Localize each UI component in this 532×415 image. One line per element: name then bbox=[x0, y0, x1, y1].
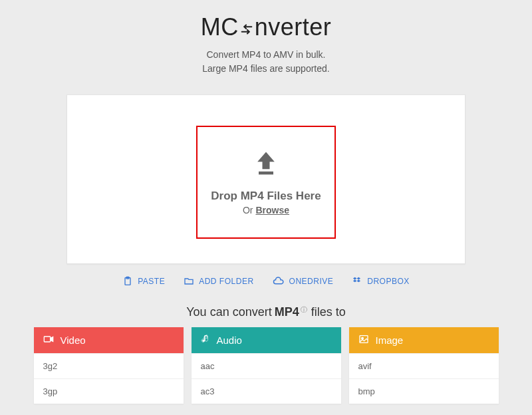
category-audio-header: Audio bbox=[192, 327, 341, 353]
category-image-label: Image bbox=[376, 335, 404, 346]
category-video-label: Video bbox=[61, 335, 86, 346]
folder-icon bbox=[184, 276, 194, 287]
format-item[interactable]: bmp bbox=[349, 378, 499, 404]
category-video-header: Video bbox=[34, 327, 184, 353]
format-item[interactable]: aac bbox=[192, 353, 341, 378]
dropzone-or: Or bbox=[243, 205, 255, 215]
paste-label: PASTE bbox=[138, 277, 165, 286]
browse-link[interactable]: Browse bbox=[255, 205, 289, 215]
convert-prefix: You can convert bbox=[186, 305, 271, 319]
info-icon[interactable]: ⓘ bbox=[301, 305, 307, 315]
subtitle-line1: Convert MP4 to AMV in bulk. bbox=[202, 48, 329, 62]
paste-icon bbox=[122, 276, 133, 287]
subtitle: Convert MP4 to AMV in bulk. Large MP4 fi… bbox=[202, 48, 329, 76]
upload-icon bbox=[251, 148, 281, 180]
brand-logo: MC nverter bbox=[201, 13, 332, 41]
dropzone-sub: Or Browse bbox=[243, 205, 289, 215]
onedrive-icon bbox=[273, 276, 285, 287]
format-item[interactable]: 3gp bbox=[34, 378, 184, 404]
convert-icon bbox=[239, 15, 254, 43]
subtitle-line2: Large MP4 files are supported. bbox=[202, 62, 329, 76]
format-item[interactable]: avif bbox=[349, 353, 499, 378]
convert-suffix: files to bbox=[311, 305, 346, 319]
dropzone-title: Drop MP4 Files Here bbox=[211, 190, 321, 203]
category-video: Video 3g2 3gp bbox=[34, 327, 184, 404]
svg-rect-3 bbox=[44, 337, 50, 342]
onedrive-button[interactable]: ONEDRIVE bbox=[273, 276, 334, 287]
category-image: Image avif bmp bbox=[349, 327, 499, 404]
image-icon bbox=[358, 334, 369, 346]
upload-actions: PASTE ADD FOLDER ONEDRIVE bbox=[122, 276, 410, 287]
video-icon bbox=[43, 334, 54, 346]
brand-suffix: nverter bbox=[255, 13, 332, 41]
category-image-header: Image bbox=[349, 327, 499, 353]
svg-rect-0 bbox=[259, 172, 273, 175]
upload-card: Drop MP4 Files Here Or Browse bbox=[66, 94, 466, 264]
convert-format: MP4 bbox=[275, 305, 299, 319]
brand-prefix: MC bbox=[201, 13, 239, 41]
dropbox-icon bbox=[352, 276, 362, 287]
add-folder-label: ADD FOLDER bbox=[199, 277, 253, 286]
onedrive-label: ONEDRIVE bbox=[289, 277, 334, 286]
dropzone[interactable]: Drop MP4 Files Here Or Browse bbox=[196, 126, 336, 239]
category-audio: Audio aac ac3 bbox=[192, 327, 341, 404]
category-audio-label: Audio bbox=[217, 335, 242, 346]
dropbox-label: DROPBOX bbox=[367, 277, 410, 286]
add-folder-button[interactable]: ADD FOLDER bbox=[184, 276, 253, 287]
dropbox-button[interactable]: DROPBOX bbox=[352, 276, 410, 287]
audio-icon bbox=[201, 334, 210, 346]
paste-button[interactable]: PASTE bbox=[122, 276, 165, 287]
format-item[interactable]: 3g2 bbox=[34, 353, 184, 378]
svg-point-6 bbox=[361, 337, 363, 339]
categories: Video 3g2 3gp Audio aac ac3 Image avif bbox=[33, 327, 499, 404]
convert-heading: You can convert MP4ⓘ files to bbox=[186, 305, 345, 319]
format-item[interactable]: ac3 bbox=[192, 378, 341, 404]
